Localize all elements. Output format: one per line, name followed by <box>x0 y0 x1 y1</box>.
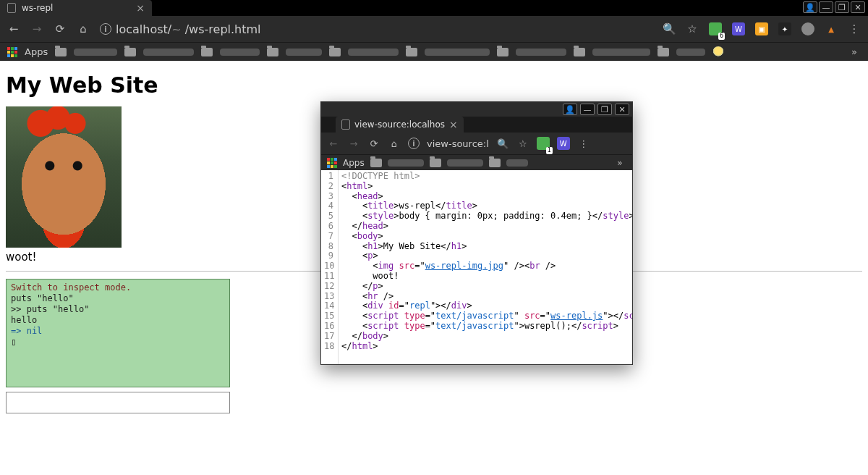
extension-green-icon[interactable] <box>537 137 550 150</box>
bookmark-blur <box>592 49 650 56</box>
home-button[interactable]: ⌂ <box>77 22 90 35</box>
bookmark-folder-icon[interactable] <box>124 48 136 56</box>
bookmark-blur <box>425 49 490 56</box>
bookmark-folder-icon[interactable] <box>370 159 382 167</box>
kebab-menu-icon[interactable]: ⋮ <box>577 138 590 149</box>
window-titlebar: ws-repl × 👤 — ❐ ✕ <box>0 0 868 16</box>
forward-button[interactable]: → <box>30 22 43 35</box>
bookmark-blur <box>516 49 566 56</box>
apps-label[interactable]: Apps <box>25 46 48 57</box>
maximize-button[interactable]: ❐ <box>835 1 849 13</box>
bookmark-blur <box>286 49 322 56</box>
bookmark-blur <box>348 49 399 56</box>
home-button[interactable]: ⌂ <box>388 138 401 149</box>
bookmark-bulb-icon[interactable] <box>712 46 724 58</box>
popup-bookmarks-bar: Apps » <box>321 154 632 170</box>
extension-green-icon[interactable] <box>709 22 722 35</box>
bookmark-folder-icon[interactable] <box>201 48 213 56</box>
back-button[interactable]: ← <box>7 22 20 35</box>
bookmarks-overflow-icon[interactable]: » <box>613 158 626 168</box>
bookmarks-bar: Apps » <box>0 42 868 61</box>
popup-tabstrip: view-source:localhos × <box>321 117 632 133</box>
bookmark-blur <box>506 159 528 167</box>
bookmark-blur <box>143 49 194 56</box>
site-info-icon[interactable]: i <box>408 138 420 149</box>
minimize-button[interactable]: — <box>819 1 833 13</box>
bookmark-folder-icon[interactable] <box>329 48 341 56</box>
reload-button[interactable]: ⟳ <box>54 22 67 35</box>
extension-purple-icon[interactable]: W <box>732 22 745 35</box>
bookmark-blur <box>74 49 117 56</box>
bookmark-folder-icon[interactable] <box>658 48 669 56</box>
address-bar[interactable]: i localhost/~ /ws-repl.html <box>100 22 652 36</box>
bookmark-folder-icon[interactable] <box>406 48 417 56</box>
hero-image <box>6 106 122 248</box>
search-icon[interactable]: 🔍 <box>496 138 509 149</box>
forward-button[interactable]: → <box>347 138 360 149</box>
popup-titlebar[interactable]: 👤 — ❐ ✕ <box>321 102 632 117</box>
popup-toolbar: ← → ⟳ ⌂ i view-source:l 🔍 ☆ W ⋮ <box>321 133 632 154</box>
bookmark-folder-icon[interactable] <box>574 48 585 56</box>
close-window-button[interactable]: ✕ <box>851 1 865 13</box>
page-file-icon <box>7 3 16 13</box>
page-title: My Web Site <box>6 72 862 98</box>
bookmark-folder-icon[interactable] <box>267 48 278 56</box>
extension-gray-icon[interactable] <box>801 22 814 35</box>
close-window-button[interactable]: ✕ <box>615 104 629 115</box>
bookmark-blur <box>220 49 260 56</box>
apps-grid-icon[interactable] <box>7 47 17 57</box>
view-source-pane[interactable]: 1 2 3 4 5 6 7 8 9 10 11 12 13 14 15 16 1… <box>321 170 632 364</box>
popup-window: 👤 — ❐ ✕ view-source:localhos × ← → ⟳ ⌂ i… <box>320 101 633 365</box>
browser-tab[interactable]: view-source:localhos × <box>336 117 464 133</box>
close-tab-icon[interactable]: × <box>136 2 145 14</box>
bookmark-blur <box>388 159 424 167</box>
url-text[interactable]: view-source:l <box>427 138 489 149</box>
page-file-icon <box>341 119 350 130</box>
url-text: localhost/~ /ws-repl.html <box>116 22 261 36</box>
line-number-gutter: 1 2 3 4 5 6 7 8 9 10 11 12 13 14 15 16 1… <box>321 170 339 364</box>
maximize-button[interactable]: ❐ <box>597 104 612 115</box>
source-code[interactable]: <!DOCTYPE html> <html> <head> <title>ws-… <box>339 170 632 364</box>
repl-output: Switch to inspect mode. puts "hello" >> … <box>6 279 230 387</box>
bookmark-folder-icon[interactable] <box>497 48 509 56</box>
window-buttons: 👤 — ❐ ✕ <box>800 0 868 16</box>
close-tab-icon[interactable]: × <box>449 119 458 130</box>
star-icon[interactable]: ☆ <box>686 22 699 35</box>
site-info-icon[interactable]: i <box>100 23 111 35</box>
browser-tab[interactable]: ws-repl × <box>0 0 152 16</box>
repl-input[interactable] <box>6 392 230 413</box>
kebab-menu-icon[interactable]: ⋮ <box>848 22 861 35</box>
minimize-button[interactable]: — <box>580 104 595 115</box>
bookmark-folder-icon[interactable] <box>489 159 501 167</box>
apps-label[interactable]: Apps <box>343 158 365 168</box>
tab-title: ws-repl <box>22 3 53 13</box>
star-icon[interactable]: ☆ <box>516 138 529 149</box>
bookmark-folder-icon[interactable] <box>430 159 441 167</box>
tab-title: view-source:localhos <box>354 119 445 130</box>
reload-button[interactable]: ⟳ <box>367 138 380 149</box>
extension-shield-icon[interactable]: ▣ <box>755 22 768 35</box>
toolbar-right: 🔍 ☆ W ▣ ✦ ▲ ⋮ <box>663 22 861 35</box>
bookmark-folder-icon[interactable] <box>55 48 67 56</box>
user-icon[interactable]: 👤 <box>563 104 577 115</box>
bookmarks-overflow-icon[interactable]: » <box>848 46 861 57</box>
bookmark-blur <box>447 159 483 167</box>
user-icon[interactable]: 👤 <box>803 1 817 13</box>
extension-purple-icon[interactable]: W <box>557 137 570 150</box>
extension-rainbow-icon[interactable]: ✦ <box>778 22 791 35</box>
apps-grid-icon[interactable] <box>327 158 337 168</box>
search-icon[interactable]: 🔍 <box>663 22 676 35</box>
extension-fox-icon[interactable]: ▲ <box>825 22 838 35</box>
back-button[interactable]: ← <box>327 138 340 149</box>
bookmark-blur <box>676 49 705 56</box>
browser-toolbar: ← → ⟳ ⌂ i localhost/~ /ws-repl.html 🔍 ☆ … <box>0 16 868 42</box>
